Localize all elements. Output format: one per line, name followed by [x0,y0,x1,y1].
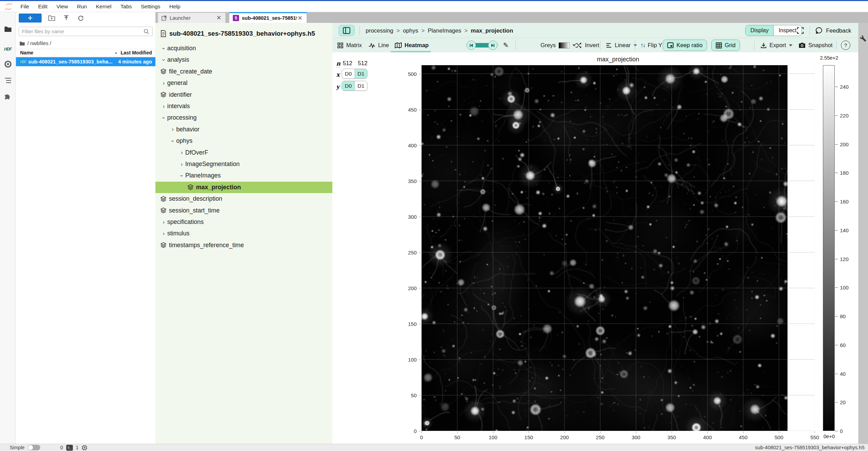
scale-selector[interactable]: Linear [606,38,637,52]
x-tick [600,431,601,433]
close-tab-icon[interactable]: ✕ [216,14,222,21]
upload-icon[interactable] [61,14,71,23]
simple-mode-toggle[interactable] [28,445,40,450]
tree-item-analysis[interactable]: ›analysis [155,54,332,66]
vis-tab-matrix[interactable]: Matrix [337,38,362,52]
kernel-count: 1 [76,445,79,450]
file-browser-breadcrumb[interactable]: / nwbfiles / [19,40,51,47]
close-tab-icon[interactable]: ✕ [297,15,303,22]
display-inspect-toggle: Display Inspect [745,25,802,36]
right-scrollbar-strip[interactable] [858,23,868,444]
x-tick [815,431,815,433]
domain-max-handle[interactable] [488,41,497,50]
colorbar-tick-label: 220 [840,112,849,118]
menu-tabs[interactable]: Tabs [116,1,136,12]
colorbar-tick [835,316,838,316]
tree-item-acquisition[interactable]: ›acquisition [155,43,332,54]
tab-launcher[interactable]: Launcher ✕ [158,13,226,23]
menu-view[interactable]: View [52,1,73,12]
tree-item-max_projection[interactable]: max_projection [155,182,332,193]
chevron-down-icon [789,44,792,46]
feedback-button[interactable]: Feedback [815,23,851,38]
tree-item-stimulus[interactable]: ›stimulus [155,228,332,239]
breadcrumb-segment-ophys[interactable]: ophys [403,27,418,34]
heatmap-canvas[interactable] [422,65,788,431]
tree-item-timestamps_reference_time[interactable]: timestamps_reference_time [155,240,332,251]
name-column-header[interactable]: Name [20,50,33,55]
table-of-contents-icon[interactable] [0,75,16,86]
tree-item-PlaneImages[interactable]: ›PlaneImages [155,170,332,181]
breadcrumb-segment-max_projection[interactable]: max_projection [471,27,513,34]
fullscreen-button[interactable] [795,26,806,35]
vis-tab-heatmap[interactable]: Heatmap [395,38,429,52]
grid-toggle[interactable]: Grid [711,40,740,51]
menu-settings[interactable]: Settings [136,1,165,12]
y-dim-option-D1[interactable]: D1 [355,81,367,90]
x-tick [529,431,529,433]
colormap-selector[interactable]: Greys [541,38,576,52]
flip-y-button[interactable]: ↑↓ Flip Y [640,38,662,52]
extension-manager-icon[interactable] [0,91,16,103]
tree-item-processing[interactable]: ›processing [155,112,332,123]
file-icon [160,30,167,37]
dataset-breadcrumb: processing>ophys>PlaneImages>max_project… [366,23,513,38]
property-inspector-icon[interactable] [859,35,868,43]
x-dim-option-D0[interactable]: D0 [342,69,355,78]
menu-kernel[interactable]: Kernel [91,1,116,12]
y-tick-label: 250 [408,249,417,255]
dataset-icon [187,184,196,190]
snapshot-button[interactable]: Snapshot [799,38,833,52]
hdf5-viewer-icon[interactable]: HDF [0,43,16,55]
tree-item-specifications[interactable]: ›specifications [155,216,332,228]
tree-item-session_start_time[interactable]: session_start_time [155,205,332,216]
domain-min-handle[interactable] [467,41,476,50]
invert-colormap-button[interactable]: Invert [575,38,599,52]
tree-item-DfOverF[interactable]: ›DfOverF [155,147,332,158]
menu-file[interactable]: File [16,1,34,12]
breadcrumb-segment-processing[interactable]: processing [366,27,393,34]
y-dim-option-D0[interactable]: D0 [342,81,355,90]
menu-run[interactable]: Run [73,1,91,12]
export-button[interactable]: Export [760,38,792,52]
help-button[interactable]: ? [841,38,850,52]
terminal-icon[interactable]: $_ [66,445,73,451]
kernel-chip-icon[interactable] [82,445,87,451]
tree-item-session_description[interactable]: session_description [155,193,332,205]
grid-icon [716,42,722,49]
tree-item-file_create_date[interactable]: file_create_date [155,66,332,77]
new-launcher-button[interactable] [19,14,42,23]
modified-column-header[interactable]: Last Modified [121,50,152,55]
x-dim-option-D1[interactable]: D1 [355,69,367,78]
new-folder-icon[interactable] [46,14,57,23]
display-mode-button[interactable]: Display [746,25,773,36]
edit-domain-button[interactable]: ✎ [503,38,509,52]
colorbar[interactable] [823,65,835,431]
file-browser-icon[interactable] [0,23,16,35]
tree-item-intervals[interactable]: ›intervals [155,101,332,112]
x-tick [636,431,636,433]
tree-item-ImageSegmentation[interactable]: ›ImageSegmentation [155,158,332,170]
tab-h5-file[interactable]: 5 sub-408021_ses-7585193 ✕ [229,12,307,23]
colorbar-tick [835,374,838,374]
tree-item-general[interactable]: ›general [155,77,332,89]
tree-item-identifier[interactable]: identifier [155,89,332,101]
tab-label: sub-408021_ses-7585193 [242,15,297,21]
tree-item-behavior[interactable]: ›behavior [155,124,332,135]
sort-ascending-icon[interactable]: ▲ [114,51,118,54]
colorbar-tick [835,259,838,259]
tree-item-label: stimulus [167,230,189,237]
keep-ratio-toggle[interactable]: Keep ratio [663,40,707,51]
menu-help[interactable]: Help [165,1,185,12]
breadcrumb-segment-PlaneImages[interactable]: PlaneImages [428,27,461,34]
vis-tab-line[interactable]: Line [368,38,389,52]
tree-item-ophys[interactable]: ›ophys [155,135,332,147]
menu-edit[interactable]: Edit [34,1,52,12]
hdf5-file-title[interactable]: sub-408021_ses-758519303_behavior+ophys.… [160,28,315,39]
refresh-icon[interactable] [76,14,86,23]
toggle-sidebar-button[interactable] [339,25,355,36]
colorbar-tick [835,230,838,231]
running-sessions-icon[interactable] [0,58,16,70]
file-filter-input[interactable] [19,29,143,34]
file-row-selected[interactable]: HDF sub-408021_ses-758519303_beha... 4 m… [16,57,155,66]
y-tick [419,181,421,181]
